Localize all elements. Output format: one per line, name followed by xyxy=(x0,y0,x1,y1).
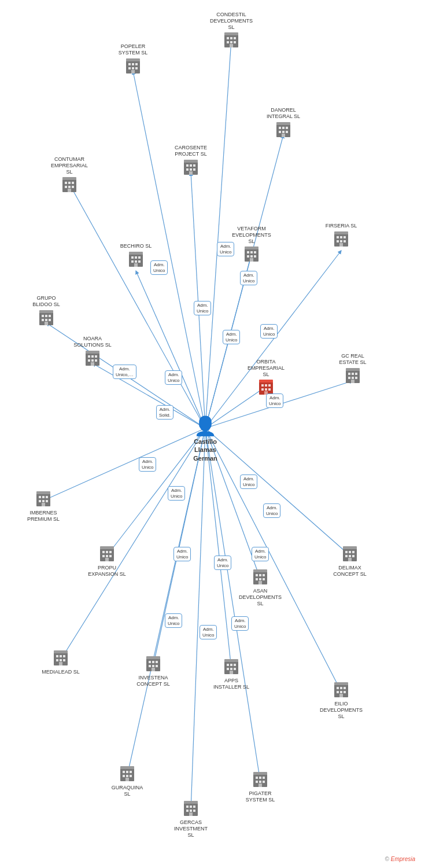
svg-rect-190 xyxy=(227,668,229,670)
svg-rect-214 xyxy=(186,806,189,808)
company-node-gc_real[interactable]: GC REALESTATE SL xyxy=(332,353,374,387)
company-node-condestil[interactable]: CONDESTILDEVELOPMENTSSL xyxy=(211,12,252,51)
svg-rect-136 xyxy=(39,500,41,502)
svg-rect-71 xyxy=(250,251,253,253)
svg-rect-154 xyxy=(256,578,258,580)
company-node-pigater[interactable]: PIGATERSYSTEM SL xyxy=(239,770,281,803)
company-node-firseria[interactable]: FIRSERIA SL xyxy=(320,223,362,250)
adm-badge-adm14[interactable]: Adm.Unico xyxy=(173,547,191,561)
company-node-medialead[interactable]: MEDIALEAD SL xyxy=(40,648,82,675)
adm-badge-adm11[interactable]: Adm.Unico xyxy=(168,486,185,501)
company-node-orbita[interactable]: ORBITAEMPRESARIALSL xyxy=(245,359,287,398)
svg-rect-173 xyxy=(60,659,62,661)
company-node-apps_installer[interactable]: APPSINSTALLER SL xyxy=(211,657,252,690)
company-node-noara[interactable]: NOARASOLUTIONS SL xyxy=(72,336,113,369)
center-person-label: CastilloLlamasGerman xyxy=(193,437,217,462)
adm-badge-adm3[interactable]: Adm.Unico xyxy=(150,260,168,275)
company-node-investena[interactable]: INVESTENACONCEPT SL xyxy=(132,654,174,687)
svg-rect-36 xyxy=(135,63,138,65)
svg-rect-159 xyxy=(343,546,357,549)
building-icon-pigater xyxy=(251,770,269,790)
svg-rect-55 xyxy=(186,168,189,171)
svg-rect-51 xyxy=(184,160,198,163)
adm-badge-adm2[interactable]: Adm.Unico xyxy=(240,271,257,285)
adm-badge-adm18[interactable]: Adm.Unico xyxy=(200,625,217,639)
svg-rect-47 xyxy=(282,131,285,133)
company-node-carosente[interactable]: CAROSENTEPROJECT SL xyxy=(170,145,212,178)
svg-rect-112 xyxy=(91,362,94,366)
svg-rect-89 xyxy=(135,256,137,259)
svg-rect-226 xyxy=(256,781,258,783)
svg-rect-189 xyxy=(234,664,236,666)
adm-badge-adm13[interactable]: Adm.Unico xyxy=(263,503,280,518)
company-node-gercas[interactable]: GERCASINVESTMENTSL xyxy=(170,799,212,838)
company-node-imbernes[interactable]: IMBERNESPREMIUM SL xyxy=(23,489,64,523)
svg-rect-48 xyxy=(286,131,288,133)
svg-rect-195 xyxy=(334,682,348,685)
adm-badge-adm9[interactable]: Adm.Solid. xyxy=(156,405,173,420)
svg-rect-108 xyxy=(95,355,97,358)
company-node-popeler[interactable]: POPELERSYSTEM SL xyxy=(112,43,154,77)
company-node-delimax[interactable]: DELIMAXCONCEPT SL xyxy=(329,544,371,578)
company-label-delimax: DELIMAXCONCEPT SL xyxy=(333,565,366,578)
adm-badge-adm1[interactable]: Adm.Unico xyxy=(217,242,234,256)
adm-badge-adm7[interactable]: Adm.Unico xyxy=(266,393,283,408)
svg-rect-106 xyxy=(88,355,90,358)
company-node-guraquina[interactable]: GURAQUINASL xyxy=(106,764,148,797)
svg-rect-65 xyxy=(68,186,71,188)
svg-rect-80 xyxy=(340,236,342,238)
svg-rect-220 xyxy=(189,812,193,816)
company-node-contumar[interactable]: CONTUMAREMPRESARIALSL xyxy=(49,156,90,196)
company-label-contumar: CONTUMAREMPRESARIALSL xyxy=(51,156,88,175)
company-node-grupo_blidoo[interactable]: GRUPOBLIDOO SL xyxy=(25,295,67,329)
building-icon-apps_installer xyxy=(222,657,241,678)
svg-rect-39 xyxy=(135,67,138,69)
adm-badge-adm6[interactable]: Adm.Unico xyxy=(260,324,278,339)
adm-badge-adm20[interactable]: Adm.Unico,… xyxy=(113,365,136,379)
adm-badge-adm12[interactable]: Adm.Unico xyxy=(240,475,257,489)
adm-badge-adm8[interactable]: Adm.Unico xyxy=(165,370,182,385)
building-icon-gercas xyxy=(182,799,200,819)
svg-rect-120 xyxy=(268,388,271,391)
company-label-firseria: FIRSERIA SL xyxy=(326,223,357,229)
adm-badge-adm5[interactable]: Adm.Unico xyxy=(223,330,240,344)
building-icon-eilio xyxy=(332,680,350,701)
company-node-eilio[interactable]: EILIODEVELOPMENTSSL xyxy=(320,680,362,719)
company-node-vetaform[interactable]: VETAFORMEVELOPMENTSSL xyxy=(231,226,272,265)
adm-badge-adm17[interactable]: Adm.Unico xyxy=(165,613,182,628)
adm-badge-adm19[interactable]: Adm.Unico xyxy=(231,616,249,631)
company-node-propu[interactable]: PROPUEXPANSION SL xyxy=(86,544,128,578)
svg-rect-46 xyxy=(279,131,281,133)
svg-rect-191 xyxy=(230,668,232,670)
company-node-asan[interactable]: ASANDEVELOPMENTSSL xyxy=(239,567,281,606)
adm-badge-adm4[interactable]: Adm.Unico xyxy=(194,301,211,315)
company-label-gc_real: GC REALESTATE SL xyxy=(339,353,366,366)
svg-rect-31 xyxy=(230,44,233,47)
svg-rect-97 xyxy=(42,315,44,317)
svg-rect-170 xyxy=(60,655,62,657)
building-icon-danorel xyxy=(274,120,293,141)
center-person[interactable]: 👤 CastilloLlamasGerman xyxy=(188,417,223,462)
company-label-bechiro: BECHIRO SL xyxy=(120,243,152,249)
building-icon-contumar xyxy=(60,175,79,196)
adm-badge-adm16[interactable]: Adm.Unico xyxy=(252,547,269,561)
adm-badge-adm10[interactable]: Adm.Unico xyxy=(139,457,156,472)
svg-rect-29 xyxy=(230,41,232,43)
svg-rect-130 xyxy=(351,380,354,383)
svg-rect-142 xyxy=(102,551,105,553)
svg-rect-181 xyxy=(149,665,151,667)
svg-rect-26 xyxy=(230,37,232,39)
svg-rect-157 xyxy=(258,581,262,584)
svg-rect-164 xyxy=(349,555,351,557)
svg-rect-163 xyxy=(345,555,348,557)
svg-rect-123 xyxy=(346,368,360,371)
svg-rect-38 xyxy=(132,67,134,69)
adm-badge-adm15[interactable]: Adm.Unico xyxy=(214,556,231,570)
svg-line-4 xyxy=(69,184,205,428)
svg-rect-215 xyxy=(190,806,192,808)
building-icon-asan xyxy=(251,567,269,588)
building-icon-delimax xyxy=(341,544,359,565)
company-node-danorel[interactable]: DANORELINTEGRAL SL xyxy=(263,107,304,141)
svg-rect-49 xyxy=(282,134,285,137)
svg-rect-169 xyxy=(56,655,58,657)
